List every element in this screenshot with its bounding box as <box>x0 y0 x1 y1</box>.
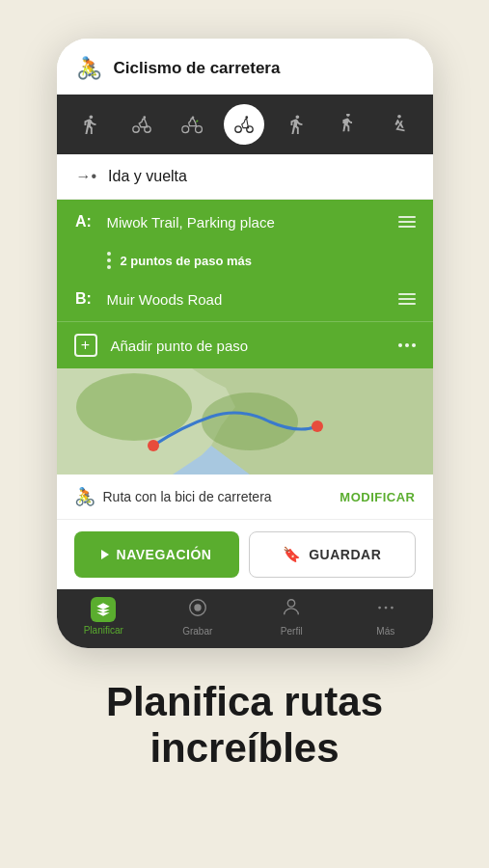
waypoint-b-handle[interactable] <box>398 293 416 305</box>
waypoints-section: A: Miwok Trail, Parking place 2 puntos d… <box>57 200 433 368</box>
tagline-text: Planifica rutas increíbles <box>106 679 383 773</box>
add-waypoint-icon: + <box>74 334 97 357</box>
nav-profile-label: Perfil <box>281 626 303 637</box>
dot-h-1 <box>398 343 402 347</box>
route-info-bar: 🚴 Ruta con la bici de carretera MODIFICA… <box>57 475 433 520</box>
bottom-nav: Planificar Grabar Perfil Más <box>57 589 433 648</box>
action-buttons: NAVEGACIÓN 🔖 GUARDAR <box>57 520 433 589</box>
activity-header: 🚴 Ciclismo de carretera <box>76 56 414 95</box>
plan-icon <box>91 597 116 622</box>
activity-trail-btn[interactable] <box>276 104 316 145</box>
svg-point-18 <box>194 604 201 610</box>
svg-point-16 <box>312 420 323 432</box>
tagline-area: Planifica rutas increíbles <box>77 679 412 773</box>
activity-ebike-btn[interactable] <box>173 104 213 145</box>
activity-ski-btn[interactable] <box>379 104 420 145</box>
svg-point-7 <box>247 126 253 132</box>
modify-button[interactable]: MODIFICAR <box>340 490 415 504</box>
svg-point-21 <box>384 607 387 610</box>
svg-point-2 <box>143 116 146 119</box>
route-info-text: Ruta con la bici de carretera <box>103 489 272 504</box>
handle-line-3 <box>398 226 416 228</box>
nav-item-plan[interactable]: Planificar <box>74 597 132 637</box>
handle-line-1 <box>398 216 416 218</box>
route-info-icon: 🚴 <box>74 486 95 507</box>
more-icon <box>375 597 396 623</box>
bookmark-icon: 🔖 <box>283 546 302 563</box>
svg-point-20 <box>378 607 381 610</box>
waypoint-b-letter: B: <box>74 290 94 308</box>
profile-icon <box>281 597 302 623</box>
cycling-icon: 🚴 <box>76 56 102 81</box>
handle-line-5 <box>398 298 416 300</box>
dot-1 <box>107 252 111 256</box>
svg-point-6 <box>235 126 241 132</box>
tagline-line2: increíbles <box>149 725 339 771</box>
phone-frame: 🚴 Ciclismo de carretera <box>57 39 433 648</box>
dot-3 <box>107 265 111 269</box>
activity-road-btn[interactable] <box>224 104 264 145</box>
save-button[interactable]: 🔖 GUARDAR <box>249 531 416 578</box>
more-dots-icon <box>107 252 111 269</box>
activity-run-btn[interactable] <box>327 104 367 145</box>
nav-plan-label: Planificar <box>84 625 123 636</box>
add-waypoint-label: Añadir punto de paso <box>111 338 385 354</box>
nav-record-label: Grabar <box>182 626 212 637</box>
svg-point-5 <box>192 116 195 119</box>
nav-item-profile[interactable]: Perfil <box>262 597 320 637</box>
dot-h-2 <box>405 343 409 347</box>
svg-point-15 <box>148 440 159 451</box>
route-type-row[interactable]: →• Ida y vuelta <box>57 154 433 200</box>
waypoint-start-row[interactable]: A: Miwok Trail, Parking place <box>57 200 433 244</box>
route-info-left: 🚴 Ruta con la bici de carretera <box>74 486 272 507</box>
waypoint-a-label: Miwok Trail, Parking place <box>107 214 385 231</box>
more-waypoints-row[interactable]: 2 puntos de paso más <box>57 244 433 277</box>
waypoint-a-letter: A: <box>74 213 94 231</box>
more-waypoints-label: 2 puntos de paso más <box>121 254 253 268</box>
navigation-arrow-icon <box>101 550 109 559</box>
svg-point-4 <box>196 126 203 133</box>
route-arrow-icon: →• <box>76 168 97 185</box>
nav-more-label: Más <box>376 626 394 637</box>
record-icon <box>187 597 208 623</box>
svg-point-14 <box>202 393 298 450</box>
nav-item-more[interactable]: Más <box>357 597 415 637</box>
route-type-label: Ida y vuelta <box>108 168 187 185</box>
top-section: 🚴 Ciclismo de carretera <box>57 39 433 95</box>
svg-point-9 <box>397 115 401 119</box>
svg-point-3 <box>182 126 189 133</box>
handle-line-4 <box>398 293 416 295</box>
navigation-label: NAVEGACIÓN <box>117 547 212 562</box>
map-svg <box>57 368 433 475</box>
save-label: GUARDAR <box>309 547 381 562</box>
activity-bar <box>57 95 433 154</box>
waypoint-a-handle[interactable] <box>398 216 416 228</box>
svg-point-22 <box>391 607 394 610</box>
activity-mtb-btn[interactable] <box>122 104 162 145</box>
dot-h-3 <box>412 343 416 347</box>
svg-point-13 <box>76 373 192 441</box>
svg-point-19 <box>288 600 295 607</box>
add-waypoint-options-icon[interactable] <box>398 343 416 347</box>
nav-item-record[interactable]: Grabar <box>169 597 227 637</box>
dot-2 <box>107 258 111 262</box>
waypoint-end-row[interactable]: B: Muir Woods Road <box>57 277 433 321</box>
svg-point-8 <box>246 116 249 119</box>
handle-line-6 <box>398 303 416 305</box>
map-area <box>57 368 433 475</box>
activity-walk-btn[interactable] <box>69 104 110 145</box>
navigation-button[interactable]: NAVEGACIÓN <box>74 531 239 578</box>
handle-line-2 <box>398 221 416 223</box>
add-waypoint-row[interactable]: + Añadir punto de paso <box>57 321 433 368</box>
tagline-line1: Planifica rutas <box>106 679 383 724</box>
svg-point-0 <box>132 126 138 132</box>
activity-title: Ciclismo de carretera <box>114 59 281 78</box>
waypoint-b-label: Muir Woods Road <box>107 291 385 308</box>
